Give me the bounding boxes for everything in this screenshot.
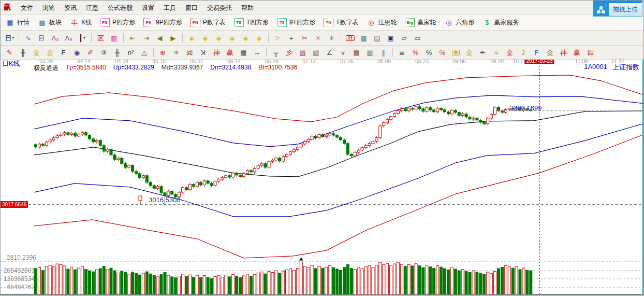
toolbar-market-quotes-button[interactable]: ▦行情 — [6, 18, 30, 27]
computer-icon[interactable]: ▭ — [411, 32, 424, 44]
ruler-2-icon[interactable]: ╫ — [111, 47, 124, 59]
menu-news[interactable]: 资讯 — [60, 3, 81, 13]
grid-a-icon[interactable]: ▦ — [350, 47, 363, 59]
toolbar-winner-wheel-button[interactable]: Big赢家轮 — [405, 18, 436, 27]
color-chart-icon[interactable]: ▥ — [108, 32, 121, 44]
grid-b-icon[interactable]: ▥ — [363, 47, 376, 59]
gann-circle-icon[interactable]: ⊕ — [156, 47, 169, 59]
brush-icon[interactable]: ✎ — [3, 47, 16, 59]
si-slant-icon[interactable]: 四 — [584, 47, 597, 59]
toolbar-p-number-table-button[interactable]: PNP数字表 — [191, 18, 226, 27]
angle-line-glyph: ∠ — [327, 49, 333, 56]
f-ruler-icon[interactable]: F — [57, 47, 70, 59]
info-panel-icon[interactable]: 目 — [35, 32, 48, 44]
percent-icon[interactable]: % — [422, 47, 435, 59]
pillar-icon[interactable]: ╥ — [269, 47, 282, 59]
grid-123-icon[interactable]: ▦ — [237, 47, 250, 59]
shen-slant-icon[interactable]: 神 — [557, 47, 570, 59]
first-bar-icon[interactable]: ⇤ — [126, 32, 139, 44]
shen-tool-icon[interactable]: 神 — [210, 47, 223, 59]
menu-gann[interactable]: 江恩 — [81, 3, 103, 13]
mind-2-icon[interactable]: ✳ — [325, 32, 338, 44]
hand-tool-icon[interactable]: ☞ — [271, 32, 284, 44]
upload-widget[interactable]: 拖拽上传 — [593, 1, 642, 17]
calendar-21-icon[interactable]: 21 — [344, 32, 357, 44]
gold-slant-icon[interactable]: 金 — [544, 47, 557, 59]
star-grid-icon[interactable]: ✳ — [170, 47, 183, 59]
f-angle-icon[interactable]: F — [530, 47, 543, 59]
crosshair-icon[interactable]: ＋ — [285, 32, 298, 44]
toolbar-hexagon-button[interactable]: ◎六角形 — [444, 18, 474, 27]
ink-line-icon[interactable]: ✒ — [476, 47, 489, 59]
measure-list-icon[interactable]: ≣ — [396, 47, 408, 59]
menu-trade-order[interactable]: 交易委托 — [202, 3, 237, 13]
calculator-icon[interactable]: ▦ — [357, 32, 370, 44]
menu-help[interactable]: 帮助 — [237, 3, 258, 13]
span-ruler-icon[interactable]: ↔ — [251, 47, 264, 59]
spiral-icon[interactable]: ◉ — [70, 47, 83, 59]
toolbar-gann-wheel-button[interactable]: ◎江恩轮 — [367, 18, 397, 27]
save-icon[interactable]: ▣ — [384, 32, 397, 44]
gold-red-icon[interactable]: 金 — [503, 47, 516, 59]
figure-mark-icon[interactable]: 区 — [94, 32, 107, 44]
info-panel-glyph: 目 — [38, 35, 45, 41]
menu-window[interactable]: 窗口 — [181, 3, 202, 13]
diamond-cross-icon[interactable]: ◈ — [253, 32, 266, 44]
gold-ruler-2-icon[interactable]: 金 — [43, 47, 56, 59]
k-prime-icon[interactable]: Ʞ — [197, 47, 210, 59]
diamond-left-icon[interactable]: ◈ — [185, 32, 198, 44]
fan-box-1-icon[interactable]: ▨ — [296, 47, 309, 59]
j-angle-icon[interactable]: J — [517, 47, 530, 59]
gold-circle-icon[interactable]: 金 — [449, 47, 462, 59]
step-forward-icon[interactable]: ▶ — [167, 32, 180, 44]
menu-file[interactable]: 文件 — [16, 3, 38, 13]
scissors-icon[interactable]: ✂ — [298, 32, 311, 44]
menu-items: 文件浏览资讯江恩公式选股设置工具窗口交易委托帮助 — [16, 3, 258, 12]
wave-line-icon[interactable]: ≈ — [490, 47, 503, 59]
minor-cycle-9-icon[interactable]: Λ₉ — [62, 32, 75, 44]
toolbar-t-number-table-button[interactable]: TNT数字表 — [324, 18, 358, 27]
diamond-vertical-icon[interactable]: ◈ — [239, 32, 252, 44]
toolbar-winner-service-button[interactable]: $赢家服务 — [482, 18, 519, 27]
gold-lines-icon[interactable]: 金 — [463, 47, 476, 59]
menu-tools[interactable]: 工具 — [159, 3, 181, 13]
percent-line-icon[interactable]: ℅ — [436, 47, 449, 59]
menu-browse[interactable]: 浏览 — [38, 3, 60, 13]
ying-tool-icon[interactable]: 赢 — [224, 47, 237, 59]
toolbar-kline-button[interactable]: 丰K线 — [70, 18, 92, 27]
diamond-horizontal-icon[interactable]: ◈ — [212, 32, 225, 44]
toolbar-p-square-button[interactable]: PSP四方形 — [100, 18, 135, 27]
toolbar-9p-square-button[interactable]: P99P四方形 — [143, 18, 182, 27]
trend-wave-icon[interactable]: ∿ — [22, 32, 35, 44]
angle-line-icon[interactable]: ∠ — [323, 47, 336, 59]
red-brush-icon[interactable]: ✐ — [84, 47, 97, 59]
toolbar-9t-square-button[interactable]: T99T四方形 — [277, 18, 315, 27]
n2-ruler-icon[interactable]: n² — [124, 47, 137, 59]
parallel-lines-icon[interactable]: ∥ — [377, 47, 390, 59]
candle-style-dropdown-icon[interactable]: ┃▾ — [76, 32, 89, 44]
memo-icon[interactable]: ▤ — [371, 32, 384, 44]
percent-slant-icon[interactable]: % — [409, 47, 422, 59]
menu-settings[interactable]: 设置 — [137, 3, 159, 13]
toolbar-t-square-button[interactable]: TST四方形 — [234, 18, 269, 27]
square-spiral-icon[interactable]: 回 — [183, 47, 196, 59]
last-bar-icon[interactable]: ⇥ — [140, 32, 153, 44]
fan-box-2-icon[interactable]: ▧ — [310, 47, 323, 59]
send-chart-icon[interactable]: ▱ — [398, 32, 411, 44]
step-back-icon[interactable]: ◀ — [153, 32, 166, 44]
ying-slant-icon[interactable]: 赢 — [570, 47, 583, 59]
toolbar-sectors-button[interactable]: ▩板块 — [38, 18, 62, 27]
percent-slant-glyph: % — [413, 49, 419, 56]
gold-ruler-1-icon[interactable]: 金 — [30, 47, 43, 59]
minor-cycle-3-icon[interactable]: Λ₃ — [49, 32, 62, 44]
angle-tool-icon[interactable]: △ — [138, 47, 151, 59]
cycle-3-icon[interactable]: ③ — [97, 47, 110, 59]
gann-ruler-icon[interactable]: ╫ — [17, 47, 30, 59]
period-day-dropdown-icon[interactable]: 日▾ — [3, 32, 16, 44]
gann-fan-icon[interactable]: 彡 — [283, 47, 296, 59]
diamond-all-icon[interactable]: ◈ — [226, 32, 239, 44]
mind-1-icon[interactable]: ✳ — [312, 32, 325, 44]
menu-formula-stock-pick[interactable]: 公式选股 — [103, 3, 137, 13]
vee-line-icon[interactable]: ∨ — [336, 47, 349, 59]
diamond-right-icon[interactable]: ◈ — [199, 32, 212, 44]
